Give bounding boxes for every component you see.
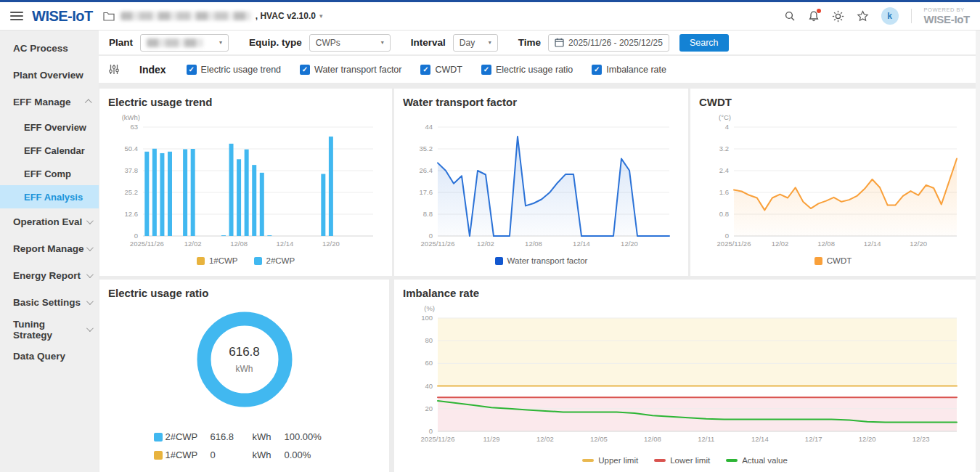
sidebar-item-eff-analysis[interactable]: EFF Analysis bbox=[0, 185, 99, 208]
legend-item-water-transport-factor[interactable]: Water transport factor bbox=[495, 256, 588, 265]
electric-usage-trend-chart[interactable]: 012.625.237.850.4632025/11/2612/0212/081… bbox=[108, 111, 383, 265]
svg-text:4: 4 bbox=[725, 123, 729, 131]
sidebar-item-report-manage[interactable]: Report Manage bbox=[0, 235, 99, 262]
sidebar-item-label: EFF Overview bbox=[24, 122, 86, 133]
svg-text:12/14: 12/14 bbox=[277, 240, 294, 248]
chevron-down-icon bbox=[86, 244, 94, 251]
sidebar-item-energy-report[interactable]: Energy Report bbox=[0, 262, 99, 289]
index-option-imbalance-rate[interactable]: ✓Imbalance rate bbox=[592, 65, 666, 75]
svg-text:12/02: 12/02 bbox=[536, 435, 554, 443]
donut-center-value: 616.8 bbox=[229, 345, 260, 359]
menu-hamburger-icon[interactable] bbox=[10, 12, 23, 20]
svg-text:2025/11/26: 2025/11/26 bbox=[717, 240, 751, 248]
sidebar-item-eff-overview[interactable]: EFF Overview bbox=[0, 115, 99, 139]
water-transport-factor-chart[interactable]: 08.817.626.435.2442025/11/2612/0212/0812… bbox=[403, 111, 679, 265]
checkbox-checked-icon[interactable]: ✓ bbox=[300, 65, 310, 75]
powered-by-line1: POWERED BY bbox=[924, 7, 970, 13]
donut-center-unit: kWh bbox=[236, 364, 253, 374]
svg-text:1.6: 1.6 bbox=[719, 188, 729, 196]
legend-marker bbox=[154, 451, 163, 460]
interval-select[interactable]: Day ▾ bbox=[453, 34, 498, 52]
sidebar-item-label: EFF Calendar bbox=[24, 145, 85, 156]
favorite-star-icon[interactable] bbox=[857, 10, 869, 22]
svg-text:12/02: 12/02 bbox=[772, 240, 789, 248]
card-electric-usage-ratio: Electric usage ratio 616.8 kWh 2#CWP616.… bbox=[99, 280, 389, 472]
chart-legend: Water transport factor bbox=[403, 256, 679, 265]
legend-label: 1#CWP bbox=[209, 256, 238, 265]
imbalance-rate-chart[interactable]: 0204060801002025/11/2611/2912/0212/0512/… bbox=[403, 302, 967, 465]
index-option-water-transport-factor[interactable]: ✓Water transport factor bbox=[300, 65, 401, 75]
svg-text:12/02: 12/02 bbox=[184, 240, 202, 248]
equip-type-label: Equip. type bbox=[249, 37, 302, 48]
app-switcher-caret-icon[interactable]: ▾ bbox=[319, 12, 323, 20]
sidebar-item-data-query[interactable]: Data Query bbox=[0, 343, 99, 370]
interval-label: Interval bbox=[411, 37, 446, 48]
redacted-tenant-name bbox=[121, 12, 251, 20]
sidebar-item-operation-eval[interactable]: Operation Eval bbox=[0, 208, 99, 235]
legend-item-1-cwp[interactable]: 1#CWP bbox=[197, 256, 238, 265]
user-avatar[interactable]: k bbox=[881, 7, 899, 25]
sidebar-item-eff-manage[interactable]: EFF Manage bbox=[0, 89, 99, 115]
sidebar-item-tuning-strategy[interactable]: Tuning Strategy bbox=[0, 316, 99, 343]
checkbox-checked-icon[interactable]: ✓ bbox=[592, 65, 602, 75]
legend-marker bbox=[726, 459, 738, 462]
svg-text:12/17: 12/17 bbox=[805, 435, 822, 443]
search-icon[interactable] bbox=[784, 10, 796, 22]
sidebar-item-ac-process[interactable]: AC Process bbox=[0, 35, 99, 62]
legend-item-actual-value[interactable]: Actual value bbox=[726, 456, 788, 465]
index-option-electric-usage-trend[interactable]: ✓Electric usage trend bbox=[187, 65, 281, 75]
notification-bell-icon[interactable] bbox=[808, 10, 820, 23]
settings-icon[interactable] bbox=[832, 10, 844, 23]
svg-text:11/29: 11/29 bbox=[483, 435, 499, 443]
plant-select[interactable]: ▾ bbox=[140, 34, 229, 52]
filter-bar: Plant ▾ Equip. type CWPs ▾ Interval Day … bbox=[99, 30, 980, 55]
legend-item-2-cwp[interactable]: 2#CWP bbox=[254, 256, 295, 265]
svg-text:2025/11/26: 2025/11/26 bbox=[130, 240, 164, 248]
checkbox-checked-icon[interactable]: ✓ bbox=[481, 65, 491, 75]
legend-item-lower-limit[interactable]: Lower limit bbox=[654, 456, 710, 465]
index-option-label: Electric usage trend bbox=[201, 65, 281, 75]
svg-text:60: 60 bbox=[425, 359, 433, 367]
legend-item-upper-limit[interactable]: Upper limit bbox=[582, 456, 638, 465]
electric-usage-ratio-chart[interactable]: 616.8 kWh 2#CWP616.8kWh100.00%1#CWP0kWh0… bbox=[108, 305, 380, 460]
chevron-up-icon bbox=[85, 99, 92, 106]
sidebar-item-label: Tuning Strategy bbox=[13, 319, 86, 341]
sidebar-item-basic-settings[interactable]: Basic Settings bbox=[0, 289, 99, 316]
donut-legend-name[interactable]: 1#CWP bbox=[166, 449, 211, 460]
donut-legend-percent: 100.00% bbox=[285, 431, 335, 442]
index-option-cwdt[interactable]: ✓CWDT bbox=[420, 65, 462, 75]
folder-icon[interactable] bbox=[103, 11, 115, 21]
time-label: Time bbox=[518, 37, 541, 48]
svg-text:2.4: 2.4 bbox=[719, 166, 729, 174]
legend-item-cwdt[interactable]: CWDT bbox=[814, 256, 852, 265]
wise-iot-logo: WISE-IoT bbox=[32, 8, 93, 25]
svg-text:12/14: 12/14 bbox=[751, 435, 769, 443]
donut-legend-value: 616.8 bbox=[211, 431, 253, 442]
equip-type-select[interactable]: CWPs ▾ bbox=[309, 34, 391, 52]
svg-text:8.8: 8.8 bbox=[423, 210, 433, 218]
cwdt-chart[interactable]: 00.81.62.43.242025/11/2612/0212/0812/141… bbox=[699, 111, 967, 265]
search-button[interactable]: Search bbox=[679, 34, 729, 52]
scrollbar-track[interactable] bbox=[976, 30, 980, 472]
legend-marker bbox=[654, 459, 666, 462]
svg-text:0: 0 bbox=[134, 232, 138, 240]
svg-text:12/08: 12/08 bbox=[525, 240, 542, 248]
chevron-down-icon bbox=[86, 325, 94, 332]
sidebar-item-plant-overview[interactable]: Plant Overview bbox=[0, 62, 99, 89]
index-option-electric-usage-ratio[interactable]: ✓Electric usage ratio bbox=[481, 65, 573, 75]
donut-legend-name[interactable]: 2#CWP bbox=[166, 431, 211, 442]
app-version-label: , HVAC v2.10.0 bbox=[256, 11, 316, 21]
svg-text:12/02: 12/02 bbox=[477, 240, 494, 248]
donut-legend-percent: 0.00% bbox=[285, 449, 335, 460]
sidebar-item-eff-comp[interactable]: EFF Comp bbox=[0, 162, 99, 185]
checkbox-checked-icon[interactable]: ✓ bbox=[187, 65, 197, 75]
svg-text:37.8: 37.8 bbox=[125, 166, 139, 174]
svg-text:63: 63 bbox=[130, 123, 138, 131]
plant-label: Plant bbox=[109, 37, 133, 48]
sidebar-item-eff-calendar[interactable]: EFF Calendar bbox=[0, 139, 99, 162]
powered-by-badge: POWERED BY WISE-IoT bbox=[924, 7, 970, 25]
svg-text:12/14: 12/14 bbox=[573, 240, 590, 248]
checkbox-checked-icon[interactable]: ✓ bbox=[420, 65, 430, 75]
time-range-input[interactable]: 2025/11/26 - 2025/12/25 bbox=[548, 34, 669, 52]
header-divider bbox=[911, 9, 912, 23]
